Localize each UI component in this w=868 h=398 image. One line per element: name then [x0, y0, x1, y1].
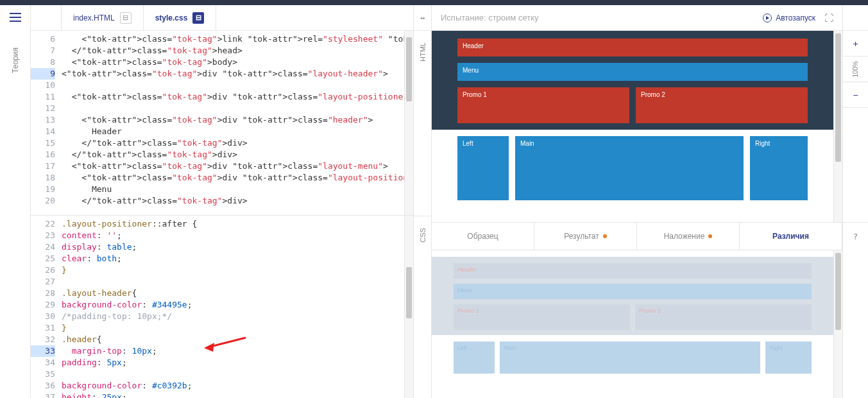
tab-index-html[interactable]: index.HTML ⊟	[62, 5, 144, 30]
tab-sample[interactable]: Образец	[432, 223, 534, 250]
diff-left: Left	[454, 342, 495, 374]
html-label: HTML	[419, 42, 427, 62]
diff-promo1: Promo 1	[454, 304, 630, 330]
diff-right: Right	[765, 342, 812, 374]
preview-menu: Menu	[457, 63, 808, 81]
play-icon	[763, 13, 772, 22]
tab-diff[interactable]: Различия	[740, 223, 842, 250]
help-button[interactable]: ?	[843, 222, 868, 250]
split-icon: ⊟	[120, 12, 132, 24]
tab-style-css[interactable]: style.css ⊟	[144, 5, 217, 30]
diff-main: Main	[500, 342, 760, 374]
preview-promo2: Promo 2	[636, 87, 808, 123]
diff-promo2: Promo 2	[635, 304, 812, 330]
scrollbar[interactable]	[833, 31, 842, 222]
result-tabs: Образец Результат Наложение Различия	[432, 222, 842, 250]
code-editor-html[interactable]: 67891011121314151617181920 <"tok-attr">c…	[31, 31, 413, 216]
challenge-title: Испытание: строим сетку	[441, 13, 754, 22]
left-rail: Теория	[0, 5, 31, 398]
preview-left: Left	[457, 136, 509, 200]
zoom-in-button[interactable]: +	[843, 31, 868, 56]
autoplay-button[interactable]: Автозапуск	[763, 13, 815, 22]
diff-pane: Header Menu Promo 1 Promo 2 Left Main Ri…	[432, 250, 842, 398]
css-label: CSS	[419, 228, 427, 243]
preview-main: Main	[515, 136, 744, 200]
diff-menu: Menu	[454, 284, 812, 299]
scrollbar[interactable]	[404, 31, 413, 215]
scrollbar[interactable]	[833, 250, 842, 398]
preview-promo1: Promo 1	[457, 87, 629, 123]
tab-label: index.HTML	[73, 13, 115, 22]
zoom-out-button[interactable]: −	[843, 82, 868, 108]
preview-header: Header	[457, 39, 808, 56]
tab-result[interactable]: Результат	[534, 223, 637, 250]
preview-right: Right	[750, 136, 808, 200]
resize-horizontal-icon[interactable]: ↔	[414, 5, 431, 31]
scrollbar[interactable]	[404, 216, 413, 398]
app-top-bar	[0, 0, 868, 5]
code-editor-css[interactable]: 22232425262728293031323334353637 .layout…	[31, 216, 413, 398]
menu-icon[interactable]	[10, 13, 21, 22]
tab-overlay[interactable]: Наложение	[637, 223, 740, 250]
fullscreen-icon[interactable]: ⛶	[824, 13, 833, 23]
tab-label: style.css	[155, 13, 188, 22]
zoom-rail: + 100% − ?	[842, 5, 868, 398]
diff-header: Header	[454, 263, 812, 279]
status-dot	[603, 234, 607, 238]
theory-tab[interactable]: Теория	[11, 48, 20, 73]
pane-divider[interactable]: ↔ HTML CSS	[414, 5, 432, 398]
zoom-level: 100%	[843, 56, 868, 82]
status-dot	[708, 234, 712, 238]
preview-pane: Header Menu Promo 1 Promo 2 Left Main Ri…	[432, 31, 842, 222]
split-icon: ⊟	[192, 12, 204, 24]
editor-tabs: index.HTML ⊟ style.css ⊟	[31, 5, 413, 31]
